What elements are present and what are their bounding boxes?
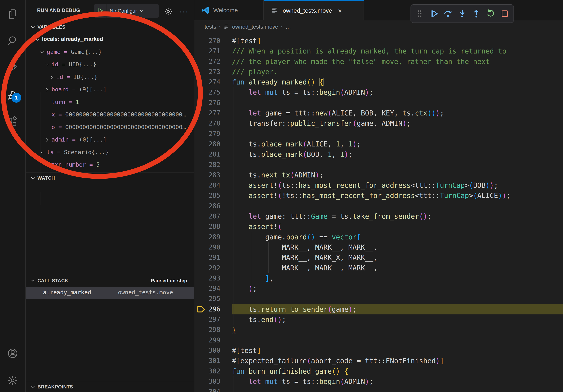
line-number[interactable]: 280 — [194, 139, 220, 149]
line-number[interactable]: 286 — [194, 201, 220, 211]
extensions-icon[interactable] — [7, 116, 18, 127]
drag-grip-icon[interactable] — [415, 9, 424, 18]
run-and-debug-icon[interactable]: 1 — [7, 89, 18, 100]
more-actions-icon[interactable]: ··· — [179, 7, 188, 16]
stop-icon[interactable] — [500, 9, 510, 18]
code-line-300[interactable]: 300#[test] — [194, 345, 563, 356]
account-icon[interactable] — [7, 348, 18, 359]
code-line-274[interactable]: 274fun already_marked() { — [194, 77, 563, 87]
code-line-287[interactable]: 287 let game: ttt::Game = ts.take_from_s… — [194, 211, 563, 222]
variable-row[interactable]: id = UID{...} — [26, 59, 194, 71]
code-line-270[interactable]: 270#[test] — [194, 36, 563, 46]
code-line-275[interactable]: 275 let mut ts = ts::begin(ADMIN); — [194, 87, 563, 97]
line-number[interactable]: 296 — [194, 304, 220, 314]
line-number[interactable]: 284 — [194, 180, 220, 190]
variable-row[interactable]: x = 0000000000000000000000000000000000… — [26, 109, 194, 121]
code-line-302[interactable]: 302fun burn_unfinished_game() { — [194, 366, 563, 376]
line-number[interactable]: 282 — [194, 160, 220, 170]
line-number[interactable]: 281 — [194, 149, 220, 159]
debug-settings-gear-icon[interactable] — [164, 7, 173, 16]
code-line-292[interactable]: 292 MARK__, MARK__, MARK__, — [194, 263, 563, 273]
code-line-277[interactable]: 277 let game = ttt::new(ALICE, BOB, KEY,… — [194, 108, 563, 118]
section-breakpoints[interactable]: BREAKPOINTS — [26, 381, 194, 392]
code-line-293[interactable]: 293 ], — [194, 273, 563, 283]
variable-row[interactable]: turn = 1 — [26, 96, 194, 109]
variable-row[interactable]: ts = Scenario{...} — [26, 146, 194, 159]
section-variables[interactable]: VARIABLES — [26, 21, 194, 33]
chevron-right-icon[interactable] — [44, 87, 50, 93]
line-number[interactable]: 292 — [194, 263, 220, 273]
line-number[interactable]: 304 — [194, 387, 220, 392]
line-number[interactable]: 295 — [194, 294, 220, 304]
chevron-down-icon[interactable] — [44, 62, 50, 68]
line-number[interactable]: 303 — [194, 376, 220, 387]
line-number[interactable]: 294 — [194, 283, 220, 294]
code-line-281[interactable]: 281 ts.place_mark(BOB, 1, 1); — [194, 149, 563, 159]
line-number[interactable]: 290 — [194, 242, 220, 252]
start-debug-icon[interactable] — [94, 4, 107, 18]
code-line-298[interactable]: 298} — [194, 325, 563, 335]
code-line-286[interactable]: 286 — [194, 201, 563, 211]
code-line-273[interactable]: 273/// player. — [194, 67, 563, 77]
code-line-296[interactable]: 296 ts.return_to_sender(game); — [194, 304, 563, 314]
code-line-291[interactable]: 291 MARK__, MARK_X, MARK__, — [194, 252, 563, 263]
tab-welcome[interactable]: Welcome — [194, 0, 264, 20]
variable-row[interactable]: admin = (0)[...] — [26, 134, 194, 146]
code-line-279[interactable]: 279 — [194, 129, 563, 139]
line-number[interactable]: 272 — [194, 56, 220, 67]
code-line-283[interactable]: 283 ts.next_tx(ADMIN); — [194, 170, 563, 180]
code-line-272[interactable]: 272/// the player who made the "false" m… — [194, 56, 563, 67]
line-number[interactable]: 293 — [194, 273, 220, 283]
close-icon[interactable]: × — [338, 7, 342, 14]
step-into-icon[interactable] — [458, 9, 467, 18]
code-editor[interactable]: 270#[test]271/// When a position is alre… — [194, 33, 563, 392]
chevron-right-icon[interactable] — [44, 137, 50, 143]
step-over-icon[interactable] — [443, 9, 453, 18]
breadcrumb-item[interactable]: owned_tests.move — [232, 24, 278, 30]
variable-row[interactable]: id = ID{...} — [26, 71, 194, 84]
line-number[interactable]: 277 — [194, 108, 220, 118]
chevron-down-icon[interactable] — [35, 37, 40, 43]
tab-owned-tests-move[interactable]: owned_tests.move× — [264, 0, 364, 20]
line-number[interactable]: 291 — [194, 252, 220, 263]
code-line-278[interactable]: 278 transfer::public_transfer(game, ADMI… — [194, 118, 563, 129]
line-number[interactable]: 274 — [194, 77, 220, 87]
section-watch[interactable]: WATCH — [26, 172, 194, 183]
code-line-304[interactable]: 304 — [194, 387, 563, 392]
line-number[interactable]: 297 — [194, 314, 220, 325]
line-number[interactable]: 271 — [194, 46, 220, 56]
line-number[interactable]: 275 — [194, 87, 220, 97]
debug-config-dropdown[interactable]: No Configur — [94, 4, 159, 18]
source-control-icon[interactable] — [7, 62, 18, 73]
code-line-282[interactable]: 282 — [194, 160, 563, 170]
chevron-down-icon[interactable] — [39, 49, 45, 55]
section-call-stack[interactable]: CALL STACK Paused on step — [26, 275, 194, 286]
variable-row[interactable]: txn_number = 5 — [26, 159, 194, 171]
code-line-295[interactable]: 295 — [194, 294, 563, 304]
chevron-right-icon[interactable] — [49, 74, 55, 80]
code-line-301[interactable]: 301#[expected_failure(abort_code = ttt::… — [194, 356, 563, 366]
variable-row[interactable]: board = (9)[...] — [26, 84, 194, 96]
line-number[interactable]: 300 — [194, 345, 220, 356]
line-number[interactable]: 285 — [194, 190, 220, 201]
code-line-299[interactable]: 299 — [194, 335, 563, 345]
code-line-303[interactable]: 303 let mut ts = ts::begin(ADMIN); — [194, 376, 563, 387]
code-line-271[interactable]: 271/// When a position is already marked… — [194, 46, 563, 56]
code-line-290[interactable]: 290 MARK__, MARK__, MARK__, — [194, 242, 563, 252]
settings-icon[interactable] — [7, 375, 18, 386]
line-number[interactable]: 279 — [194, 129, 220, 139]
breadcrumb-item[interactable]: … — [285, 24, 291, 30]
line-number[interactable]: 288 — [194, 222, 220, 232]
code-line-289[interactable]: 289 game.board() == vector[ — [194, 232, 563, 242]
variable-row[interactable]: o = 0000000000000000000000000000000000… — [26, 121, 194, 134]
line-number[interactable]: 287 — [194, 211, 220, 222]
line-number[interactable]: 298 — [194, 325, 220, 335]
code-line-294[interactable]: 294 ); — [194, 283, 563, 294]
line-number[interactable]: 276 — [194, 98, 220, 108]
code-line-280[interactable]: 280 ts.place_mark(ALICE, 1, 1); — [194, 139, 563, 149]
breadcrumb-item[interactable]: tests — [205, 24, 216, 30]
line-number[interactable]: 299 — [194, 335, 220, 345]
line-number[interactable]: 270 — [194, 36, 220, 46]
continue-icon[interactable] — [429, 9, 438, 18]
line-number[interactable]: 273 — [194, 67, 220, 77]
